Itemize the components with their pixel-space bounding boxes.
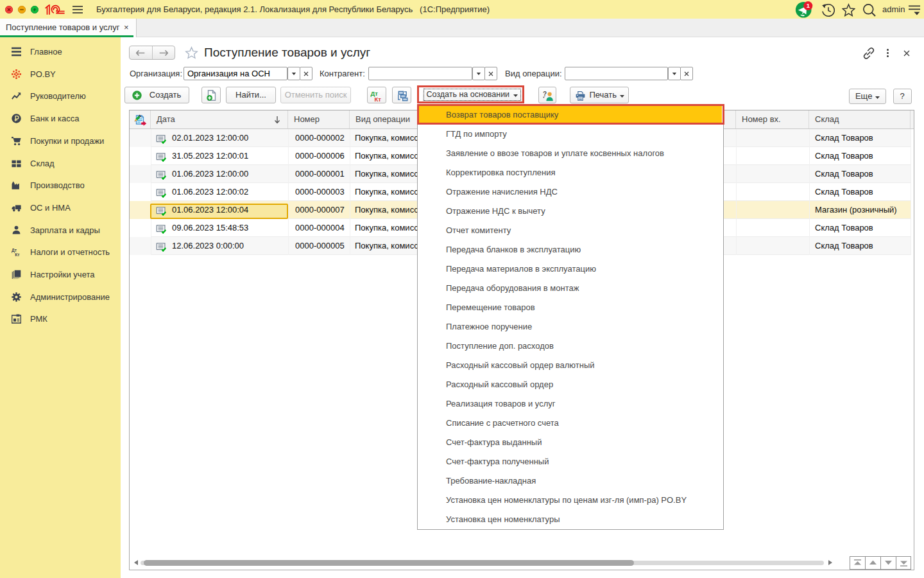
svg-text:Кт: Кт bbox=[375, 96, 382, 102]
svg-text:?: ? bbox=[543, 91, 547, 98]
svg-text:1: 1 bbox=[807, 2, 810, 9]
svg-text:Кт: Кт bbox=[15, 252, 20, 257]
